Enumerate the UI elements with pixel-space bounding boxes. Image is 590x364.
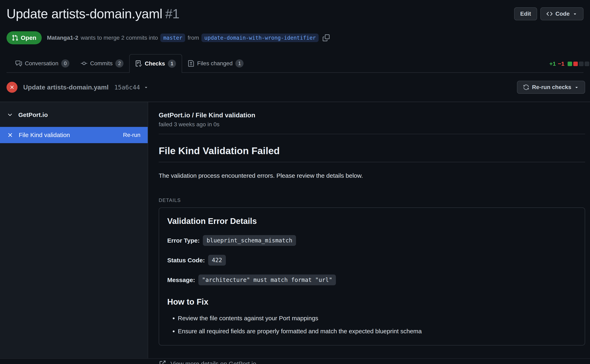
external-details-link[interactable]: View more details on GetPort.io [159,360,585,364]
edit-button[interactable]: Edit [514,7,537,20]
base-branch-link[interactable]: master [160,33,185,42]
link-external-icon [159,360,166,364]
fix-list: Review the file contents against your Po… [167,314,577,335]
check-details-main: GetPort.io / File Kind validation failed… [148,102,590,358]
error-type-row: Error Type: blueprint_schema_mismatch [167,235,577,246]
fix-list-item: Ensure all required fields are properly … [178,327,577,335]
diffstat[interactable]: +1 −1 [549,61,590,67]
error-type-value: blueprint_schema_mismatch [203,235,296,246]
message-value: "architecture" must match format "url" [198,274,336,285]
divider [159,134,585,134]
sidebar-item-label: File Kind validation [19,132,118,138]
byline-text: wants to merge 2 commits into [81,35,158,41]
file-diff-icon [188,60,194,67]
tab-label: Files changed [197,60,233,67]
page-title: Update artists-domain.yaml#1 [7,6,179,21]
x-icon [7,132,13,138]
status-badge-label: Open [21,34,36,41]
pr-header: Update artists-domain.yaml#1 Edit Code O… [0,0,590,73]
message-label: Message: [167,277,195,284]
edit-button-label: Edit [520,11,531,17]
status-code-value: 422 [208,255,226,266]
error-type-label: Error Type: [167,237,200,244]
external-details-link-label: View more details on GetPort.io [170,360,256,364]
tab-counter: 1 [168,59,176,68]
chevron-down-icon [572,11,577,16]
checklist-icon [135,60,142,67]
tab-label: Commits [90,60,112,67]
status-badge-open: Open [7,31,42,44]
check-run-title: Update artists-domain.yaml [23,84,109,91]
sidebar-item-rerun-link[interactable]: Re-run [123,132,140,138]
rerun-checks-button[interactable]: Re-run checks [517,81,585,94]
head-branch-link[interactable]: update-domain-with-wrong-identifier [201,33,319,42]
commit-sha: 15a6c44 [114,84,140,91]
status-code-label: Status Code: [167,257,205,264]
tab-counter: 0 [61,59,69,67]
byline-from: from [188,35,199,41]
how-to-fix-heading: How to Fix [167,297,577,307]
check-status-line: failed 3 weeks ago in 0s [159,121,585,128]
error-box-title: Validation Error Details [167,216,577,226]
sync-icon [523,84,529,90]
triangle-down-icon [574,85,579,90]
code-button[interactable]: Code [540,7,583,20]
code-button-label: Code [555,11,570,17]
checks-sidebar: GetPort.io File Kind validation Re-run [0,102,148,358]
diffstat-square-gray [579,62,583,66]
diffstat-square-gray [585,62,589,66]
triangle-down-icon [144,85,149,90]
diffstat-square-green [568,62,572,66]
chevron-down-icon [7,112,13,118]
pr-byline: Matanga1-2 wants to merge 2 commits into… [47,33,330,42]
tab-label: Checks [145,60,165,67]
code-icon [546,11,553,17]
git-commit-icon [81,60,87,67]
tab-label: Conversation [25,60,58,67]
tab-conversation[interactable]: Conversation 0 [10,54,75,72]
failed-status-icon [7,82,18,93]
check-output-intro: The validation process encountered error… [159,172,585,180]
rerun-checks-label: Re-run checks [532,84,571,91]
sidebar-item-file-kind-validation[interactable]: File Kind validation Re-run [0,127,148,143]
tab-commits[interactable]: Commits 2 [75,54,129,72]
fix-list-item: Review the file contents against your Po… [178,314,577,322]
check-run-header: Update artists-domain.yaml 15a6c44 Re-ru… [0,73,590,102]
pr-title-text: Update artists-domain.yaml [7,6,162,21]
pr-number: #1 [165,6,179,21]
commit-sha-dropdown[interactable]: 15a6c44 [114,84,149,91]
git-pull-request-icon [12,35,18,41]
pr-tabs: Conversation 0 Commits 2 Checks 1 Files … [7,54,583,73]
diffstat-additions: +1 [549,61,556,67]
copy-icon[interactable] [323,34,330,41]
sidebar-group-getport[interactable]: GetPort.io [0,102,148,127]
checks-panel: GetPort.io File Kind validation Re-run G… [0,102,590,359]
sidebar-group-label: GetPort.io [18,111,48,118]
check-output-heading: File Kind Validation Failed [159,145,585,162]
status-code-row: Status Code: 422 [167,255,577,266]
author-link[interactable]: Matanga1-2 [47,35,78,41]
details-section-label: DETAILS [159,197,585,203]
diffstat-deletions: −1 [558,61,564,67]
tab-counter: 1 [235,59,243,67]
tab-counter: 2 [115,59,124,67]
tab-checks[interactable]: Checks 1 [129,54,182,73]
validation-error-box: Validation Error Details Error Type: blu… [159,208,585,345]
diffstat-square-red [573,62,578,66]
tab-files-changed[interactable]: Files changed 1 [182,54,249,72]
comment-discussion-icon [15,60,22,67]
message-row: Message: "architecture" must match forma… [167,274,577,285]
check-breadcrumb: GetPort.io / File Kind validation [159,111,585,119]
